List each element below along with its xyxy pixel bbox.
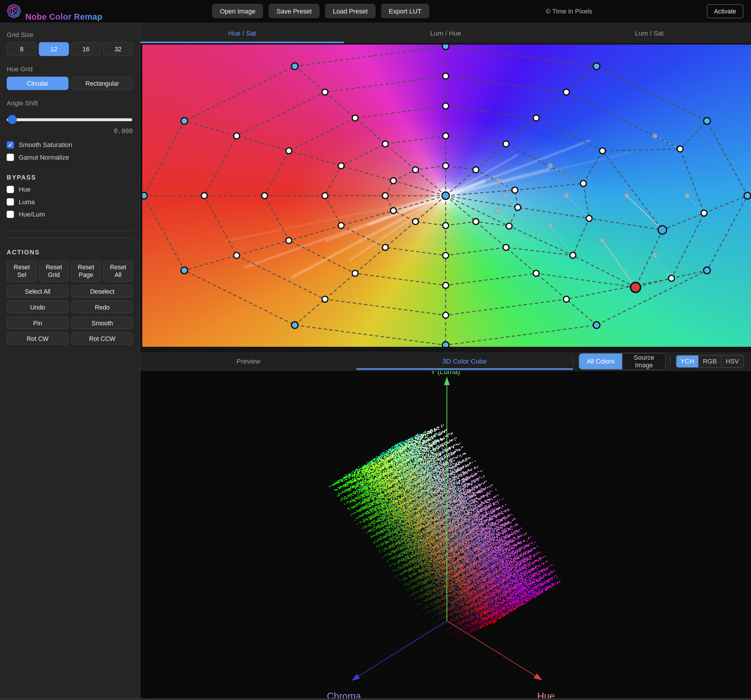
save-preset-button[interactable]: Save Preset bbox=[269, 4, 319, 18]
tab-lum-sat[interactable]: Lum / Sat bbox=[547, 23, 751, 44]
grid-point[interactable] bbox=[181, 267, 188, 274]
grid-point[interactable] bbox=[669, 275, 674, 281]
grid-point[interactable] bbox=[473, 167, 479, 173]
grid-point[interactable] bbox=[413, 167, 418, 173]
grid-point[interactable] bbox=[286, 148, 292, 154]
grid-point[interactable] bbox=[322, 296, 328, 302]
grid-size-32[interactable]: 32 bbox=[103, 42, 133, 56]
gamut-normalize-checkbox[interactable] bbox=[7, 154, 14, 161]
smooth-saturation-checkbox[interactable]: ✓ bbox=[7, 141, 14, 148]
redo-button[interactable]: Redo bbox=[71, 301, 133, 313]
grid-point[interactable] bbox=[262, 193, 267, 199]
grid-point[interactable] bbox=[382, 193, 388, 199]
grid-point[interactable] bbox=[586, 215, 592, 221]
grid-point[interactable] bbox=[563, 89, 569, 95]
grid-point[interactable] bbox=[443, 312, 448, 318]
bypass-luma-checkbox[interactable] bbox=[7, 198, 14, 206]
grid-point[interactable] bbox=[391, 208, 396, 213]
bypass-hue-checkbox[interactable] bbox=[7, 186, 14, 193]
grid-point[interactable] bbox=[443, 103, 448, 109]
grid-point[interactable] bbox=[352, 270, 358, 277]
grid-point[interactable] bbox=[233, 133, 240, 139]
grid-point[interactable] bbox=[322, 89, 328, 95]
grid-point[interactable] bbox=[391, 178, 396, 184]
undo-button[interactable]: Undo bbox=[7, 301, 69, 313]
grid-point[interactable] bbox=[286, 238, 292, 244]
grid-point[interactable] bbox=[442, 342, 449, 347]
grid-point[interactable] bbox=[443, 223, 448, 229]
grid-point[interactable] bbox=[413, 219, 418, 224]
grid-point[interactable] bbox=[352, 115, 358, 121]
all-colors-button[interactable]: All Colors bbox=[579, 354, 622, 369]
hue-grid-circular[interactable]: Circular bbox=[7, 77, 69, 90]
reset-all-button[interactable]: ResetAll bbox=[103, 261, 133, 282]
grid-point[interactable] bbox=[382, 141, 388, 147]
grid-point[interactable] bbox=[512, 187, 518, 193]
grid-point[interactable] bbox=[142, 192, 147, 199]
open-image-button[interactable]: Open Image bbox=[212, 4, 263, 18]
grid-point[interactable] bbox=[338, 163, 344, 169]
source-image-button[interactable]: SourceImage bbox=[622, 354, 665, 369]
grid-point[interactable] bbox=[443, 253, 448, 258]
grid-point[interactable] bbox=[201, 193, 207, 199]
grid-point[interactable] bbox=[677, 146, 683, 152]
grid-point[interactable] bbox=[600, 148, 606, 154]
reset-sel-button[interactable]: ResetSel bbox=[7, 261, 37, 282]
hue-sat-canvas[interactable] bbox=[142, 45, 751, 347]
grid-point[interactable] bbox=[503, 141, 509, 147]
reset-page-button[interactable]: ResetPage bbox=[71, 261, 101, 282]
grid-point[interactable] bbox=[338, 223, 344, 229]
angle-shift-slider[interactable] bbox=[7, 115, 133, 125]
color-cube-viewer[interactable]: Y (Luma) Chroma Hue bbox=[140, 371, 751, 700]
tab-hue-sat[interactable]: Hue / Sat bbox=[140, 23, 344, 44]
rot-cw-button[interactable]: Rot CW bbox=[7, 332, 69, 345]
grid-point[interactable] bbox=[443, 163, 448, 169]
grid-size-12[interactable]: 12 bbox=[39, 42, 69, 56]
grid-point[interactable] bbox=[291, 63, 298, 70]
grid-point[interactable] bbox=[181, 117, 188, 124]
smooth-button[interactable]: Smooth bbox=[71, 317, 133, 329]
rot-ccw-button[interactable]: Rot CCW bbox=[71, 332, 133, 345]
grid-point[interactable] bbox=[704, 267, 711, 274]
bypass-huelum-checkbox[interactable] bbox=[7, 211, 14, 218]
grid-center-point[interactable] bbox=[442, 192, 449, 199]
deselect-button[interactable]: Deselect bbox=[71, 285, 133, 297]
tab-preview[interactable]: Preview bbox=[140, 352, 356, 370]
reset-grid-button[interactable]: ResetGrid bbox=[39, 261, 69, 282]
hue-grid-rectangular[interactable]: Rectangular bbox=[71, 77, 133, 90]
export-lut-button[interactable]: Export LUT bbox=[381, 4, 429, 18]
grid-point[interactable] bbox=[473, 219, 479, 224]
grid-point[interactable] bbox=[658, 226, 667, 234]
ych-button[interactable]: YCH bbox=[676, 355, 698, 367]
rgb-button[interactable]: RGB bbox=[698, 355, 721, 367]
grid-point-selected[interactable] bbox=[630, 282, 640, 292]
grid-point[interactable] bbox=[291, 322, 298, 329]
activate-button[interactable]: Activate bbox=[707, 5, 743, 18]
hsv-button[interactable]: HSV bbox=[721, 355, 743, 367]
color-cube-canvas[interactable] bbox=[140, 371, 750, 700]
grid-point[interactable] bbox=[443, 282, 448, 288]
grid-point[interactable] bbox=[580, 181, 586, 186]
pin-button[interactable]: Pin bbox=[7, 317, 69, 329]
grid-point[interactable] bbox=[570, 252, 576, 258]
grid-point[interactable] bbox=[515, 204, 521, 210]
tab-3d-color-cube[interactable]: 3D Color Cube bbox=[357, 352, 573, 370]
grid-point[interactable] bbox=[744, 192, 751, 199]
grid-size-16[interactable]: 16 bbox=[71, 42, 101, 56]
slider-thumb[interactable] bbox=[8, 115, 17, 124]
grid-point[interactable] bbox=[533, 270, 539, 277]
select-all-button[interactable]: Select All bbox=[7, 285, 69, 297]
tab-lum-hue[interactable]: Lum / Hue bbox=[344, 23, 547, 44]
grid-point[interactable] bbox=[442, 45, 449, 49]
grid-point[interactable] bbox=[506, 223, 512, 229]
grid-point[interactable] bbox=[382, 244, 388, 250]
grid-point[interactable] bbox=[503, 244, 509, 250]
grid-point[interactable] bbox=[593, 63, 600, 70]
grid-size-8[interactable]: 8 bbox=[7, 42, 37, 56]
grid-point[interactable] bbox=[533, 115, 539, 121]
grid-point[interactable] bbox=[443, 133, 448, 139]
grid-point[interactable] bbox=[443, 73, 448, 79]
grid-point[interactable] bbox=[593, 322, 600, 329]
grid-point[interactable] bbox=[704, 117, 711, 124]
grid-point[interactable] bbox=[701, 210, 707, 216]
